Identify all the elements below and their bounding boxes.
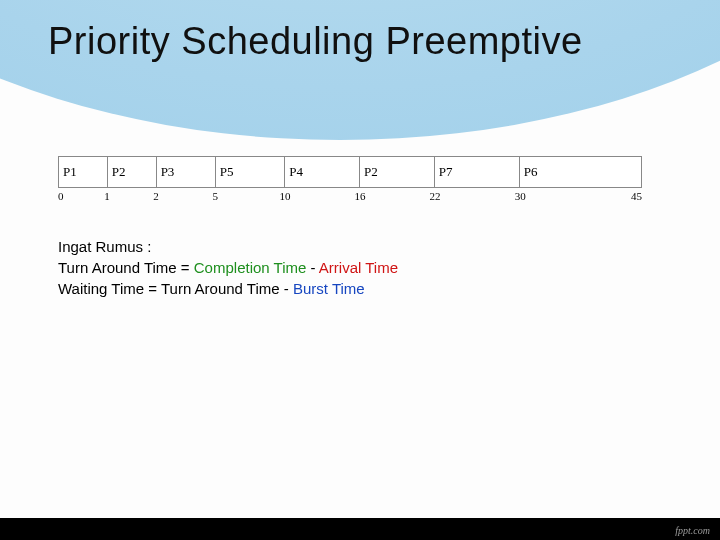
gantt-segment: P7 — [435, 157, 520, 187]
gantt-segment: P5 — [216, 157, 286, 187]
gantt-chart: P1P2P3P5P4P2P7P6 01251016223045 — [58, 156, 642, 204]
footer-credit: fppt.com — [675, 525, 710, 536]
formula-wt: Waiting Time = Turn Around Time - Burst … — [58, 278, 398, 299]
gantt-segment: P1 — [59, 157, 108, 187]
gantt-segment: P6 — [520, 157, 641, 187]
gantt-tick: 5 — [213, 190, 219, 202]
formula-block: Ingat Rumus : Turn Around Time = Complet… — [58, 236, 398, 299]
gantt-ticks: 01251016223045 — [58, 188, 642, 204]
formula-intro: Ingat Rumus : — [58, 236, 398, 257]
formula-tat: Turn Around Time = Completion Time - Arr… — [58, 257, 398, 278]
gantt-tick: 22 — [430, 190, 441, 202]
footer-bar: fppt.com — [0, 518, 720, 540]
gantt-bar: P1P2P3P5P4P2P7P6 — [58, 156, 642, 188]
gantt-tick: 30 — [515, 190, 526, 202]
gantt-segment: P3 — [157, 157, 216, 187]
gantt-tick: 45 — [631, 190, 642, 202]
gantt-segment: P2 — [108, 157, 157, 187]
gantt-tick: 10 — [280, 190, 291, 202]
gantt-tick: 1 — [104, 190, 110, 202]
gantt-segment: P4 — [285, 157, 360, 187]
gantt-tick: 2 — [153, 190, 159, 202]
gantt-tick: 16 — [355, 190, 366, 202]
gantt-tick: 0 — [58, 190, 64, 202]
gantt-segment: P2 — [360, 157, 435, 187]
slide-title: Priority Scheduling Preemptive — [48, 20, 583, 63]
